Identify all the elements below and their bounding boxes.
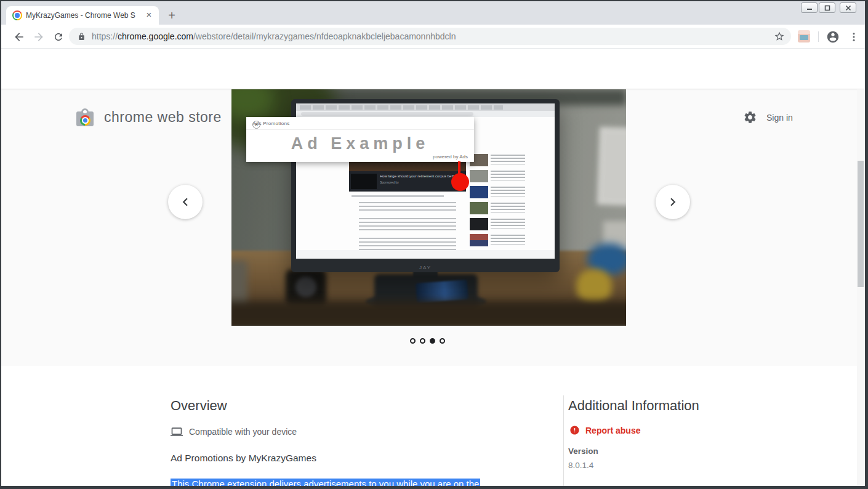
red-pin-icon bbox=[451, 173, 469, 191]
browser-menu-button[interactable] bbox=[847, 30, 861, 44]
browser-tab[interactable]: MyKrazyGames - Chrome Web S × bbox=[6, 6, 159, 25]
kebab-menu-icon bbox=[848, 31, 859, 42]
carousel-dots bbox=[410, 338, 445, 344]
minimize-button[interactable] bbox=[801, 2, 818, 13]
ad-close-icon: ✕ bbox=[252, 121, 260, 129]
chevron-left-icon bbox=[177, 194, 193, 210]
page-scrollbar[interactable] bbox=[857, 89, 865, 486]
profile-button[interactable] bbox=[826, 30, 840, 44]
powered-by-ads-label: powered by Ads bbox=[433, 154, 468, 160]
carousel-screenshot[interactable]: How large should your retirement corpus … bbox=[231, 89, 626, 326]
tab-close-icon[interactable]: × bbox=[144, 10, 154, 20]
window-border bbox=[0, 0, 868, 1]
back-button[interactable] bbox=[12, 30, 26, 44]
carousel-dot-2[interactable] bbox=[420, 338, 425, 344]
navigation-toolbar: https://chrome.google.com/webstore/detai… bbox=[1, 25, 865, 49]
secure-lock-icon bbox=[78, 33, 86, 41]
new-tab-button[interactable]: + bbox=[164, 7, 180, 23]
toolbar-separator bbox=[818, 31, 819, 42]
url-text: https://chrome.google.com/webstore/detai… bbox=[92, 31, 774, 41]
address-bar[interactable]: https://chrome.google.com/webstore/detai… bbox=[69, 28, 791, 45]
tab-favicon-chrome-icon bbox=[12, 10, 22, 20]
maximize-button[interactable] bbox=[819, 2, 835, 13]
close-icon bbox=[845, 5, 851, 11]
forward-button[interactable] bbox=[32, 30, 46, 44]
version-value: 8.0.1.4 bbox=[568, 461, 593, 470]
laptop-icon bbox=[171, 426, 183, 438]
report-abuse-label: Report abuse bbox=[585, 426, 640, 435]
maximize-icon bbox=[824, 5, 830, 11]
monitor-brand-label: JAY bbox=[291, 265, 560, 270]
news-sidebar bbox=[470, 153, 531, 249]
extension-icon[interactable] bbox=[798, 30, 810, 42]
tab-strip: MyKrazyGames - Chrome Web S × + bbox=[1, 1, 865, 25]
sponsored-ad-banner: How large should your retirement corpus … bbox=[349, 171, 466, 192]
carousel-dot-4[interactable] bbox=[440, 338, 445, 344]
carousel-dot-1[interactable] bbox=[410, 338, 416, 344]
chevron-right-icon bbox=[665, 194, 681, 210]
extension-byline: Ad Promotions by MyKrazyGames bbox=[171, 453, 316, 464]
ad-example-text: Ad Example bbox=[246, 134, 474, 153]
carousel-dot-3[interactable] bbox=[430, 338, 435, 344]
compatibility-label: Compatible with your device bbox=[189, 427, 297, 437]
version-label: Version bbox=[568, 447, 598, 456]
reload-button[interactable] bbox=[52, 30, 65, 44]
ad-overlay: Ads Promotions ✕ Ad Example powered by A… bbox=[246, 117, 474, 162]
overview-title: Overview bbox=[171, 398, 227, 414]
window-controls bbox=[801, 2, 856, 13]
carousel-prev-button[interactable] bbox=[168, 185, 203, 219]
gear-icon bbox=[743, 110, 757, 124]
additional-info-title: Additional Information bbox=[568, 398, 699, 414]
sign-in-link[interactable]: Sign in bbox=[766, 113, 793, 123]
report-abuse-link[interactable]: Report abuse bbox=[569, 425, 640, 435]
detail-section: Overview Compatible with your device Ad … bbox=[1, 366, 865, 486]
column-divider bbox=[563, 395, 564, 486]
tab-title: MyKrazyGames - Chrome Web S bbox=[26, 11, 140, 20]
close-button[interactable] bbox=[840, 2, 856, 13]
screenshot-carousel: How large should your retirement corpus … bbox=[1, 89, 865, 366]
store-title[interactable]: chrome web store bbox=[104, 109, 222, 126]
scrollbar-thumb[interactable] bbox=[858, 161, 864, 287]
back-arrow-icon bbox=[13, 31, 25, 43]
bookmark-star-icon[interactable] bbox=[774, 31, 785, 42]
reload-icon bbox=[53, 31, 64, 42]
profile-avatar-icon bbox=[826, 30, 840, 44]
chrome-web-store-logo[interactable] bbox=[76, 108, 95, 127]
store-header: chrome web store Sign in bbox=[1, 49, 865, 89]
carousel-next-button[interactable] bbox=[656, 185, 690, 219]
report-abuse-icon bbox=[569, 425, 580, 435]
settings-button[interactable] bbox=[743, 110, 758, 125]
forward-arrow-icon bbox=[33, 31, 45, 43]
compatibility-row: Compatible with your device bbox=[171, 426, 297, 438]
minimize-icon bbox=[806, 5, 813, 11]
browser-window: MyKrazyGames - Chrome Web S × + bbox=[0, 0, 868, 489]
